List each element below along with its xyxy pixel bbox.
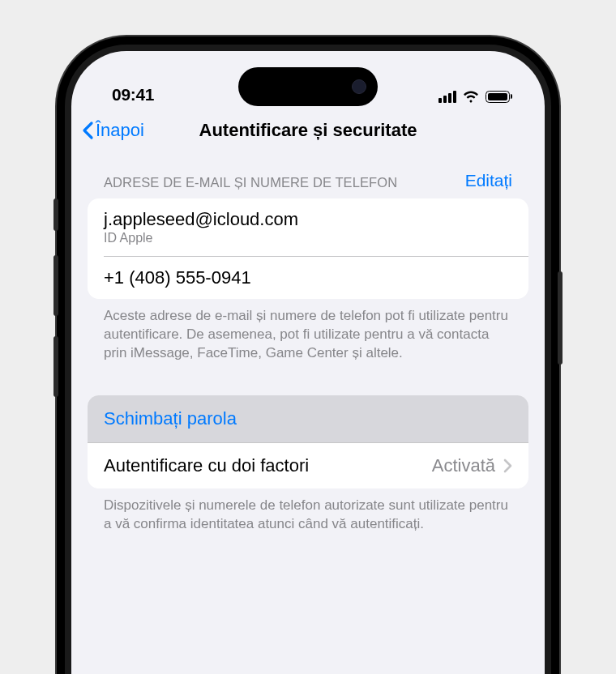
row-value: Activată (432, 455, 495, 476)
dynamic-island (238, 67, 378, 106)
phone-number-row[interactable]: +1 (408) 555-0941 (104, 256, 528, 299)
back-label: Înapoi (96, 120, 144, 141)
status-icons (438, 90, 513, 105)
section-footer: Aceste adrese de e-mail și numere de tel… (88, 299, 528, 363)
row-title: Autentificare cu doi factori (104, 455, 309, 476)
screen: 09:41 (71, 51, 545, 674)
apple-id-row[interactable]: j.appleseed@icloud.com ID Apple (88, 198, 528, 256)
nav-bar: Înapoi Autentificare și securitate (71, 108, 545, 153)
chevron-right-icon (503, 459, 512, 473)
section-footer: Dispozitivele și numerele de telefon aut… (88, 488, 528, 534)
status-time: 09:41 (112, 85, 154, 105)
section-header-contacts: ADRESE DE E-MAIL ȘI NUMERE DE TELEFON Ed… (88, 171, 528, 198)
phone-frame: 09:41 (57, 36, 559, 674)
section-header-label: ADRESE DE E-MAIL ȘI NUMERE DE TELEFON (104, 175, 397, 190)
row-subtitle: ID Apple (104, 231, 298, 245)
cellular-icon (438, 91, 456, 103)
change-password-row[interactable]: Schimbați parola (88, 395, 528, 442)
volume-up-button (53, 255, 58, 316)
wifi-icon (462, 90, 480, 103)
front-camera-icon (352, 79, 366, 94)
battery-icon (486, 91, 513, 103)
security-list: Schimbați parola Autentificare cu doi fa… (88, 395, 528, 488)
row-title: j.appleseed@icloud.com (104, 209, 298, 230)
volume-down-button (53, 336, 58, 397)
power-button (558, 271, 563, 365)
content: ADRESE DE E-MAIL ȘI NUMERE DE TELEFON Ed… (71, 153, 545, 534)
row-title: +1 (408) 555-0941 (104, 267, 251, 288)
row-title: Schimbați parola (104, 408, 237, 429)
mute-switch (53, 198, 58, 231)
contacts-list: j.appleseed@icloud.com ID Apple +1 (408)… (88, 198, 528, 299)
back-button[interactable]: Înapoi (81, 120, 144, 141)
page-title: Autentificare și securitate (199, 120, 417, 141)
edit-button[interactable]: Editați (465, 171, 512, 190)
two-factor-row[interactable]: Autentificare cu doi factori Activată (88, 442, 528, 488)
chevron-left-icon (81, 121, 94, 140)
